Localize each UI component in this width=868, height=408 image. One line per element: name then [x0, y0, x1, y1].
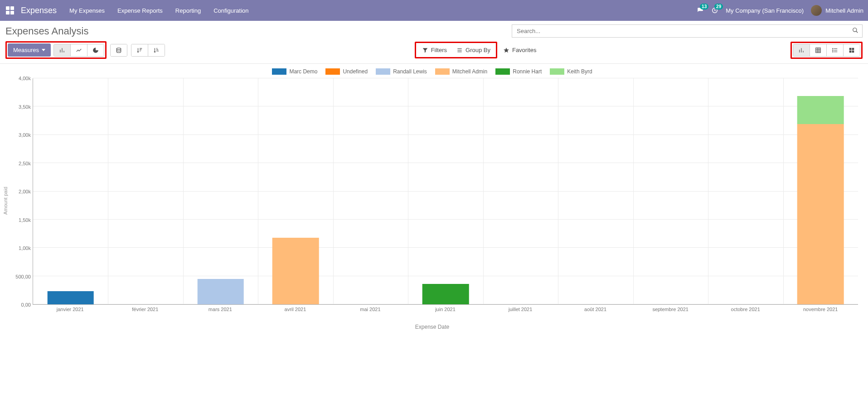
legend-item[interactable]: Keith Byrd: [550, 68, 592, 75]
legend-item[interactable]: Marc Demo: [272, 68, 317, 75]
y-tick: 2,00k: [11, 189, 31, 194]
legend-swatch: [435, 68, 450, 75]
sort-asc-button[interactable]: [148, 44, 165, 56]
view-list-button[interactable]: [827, 44, 844, 56]
legend-label: Mitchell Admin: [452, 68, 487, 75]
bar-stack[interactable]: [422, 284, 469, 304]
sort-desc-button[interactable]: [131, 44, 148, 56]
nav-reporting[interactable]: Reporting: [175, 7, 201, 14]
favorites-button[interactable]: Favorites: [498, 44, 541, 56]
page-title: Expenses Analysis: [5, 25, 88, 37]
nav-my-expenses[interactable]: My Expenses: [69, 7, 105, 14]
x-tick: novembre 2021: [803, 307, 838, 312]
bar-segment: [272, 238, 319, 304]
x-tick: octobre 2021: [731, 307, 760, 312]
x-tick: janvier 2021: [57, 307, 84, 312]
search-input[interactable]: [512, 24, 863, 38]
avatar-icon: [811, 5, 822, 16]
x-axis-label: Expense Date: [2, 324, 863, 330]
bar-segment: [197, 279, 244, 304]
bar-stack[interactable]: [197, 279, 244, 304]
x-tick: mai 2021: [360, 307, 380, 312]
svg-rect-32: [852, 48, 854, 50]
legend-label: Randall Lewis: [393, 68, 427, 75]
star-icon: [503, 47, 510, 53]
svg-rect-20: [816, 48, 821, 53]
nav-expense-reports[interactable]: Expense Reports: [117, 7, 163, 14]
highlight-box-filters: Filters Group By: [415, 42, 497, 58]
activities-badge: 29: [714, 4, 723, 10]
view-graph-button[interactable]: [793, 44, 810, 56]
kanban-icon: [848, 47, 855, 53]
groupby-button[interactable]: Group By: [451, 44, 495, 56]
messages-badge: 13: [700, 4, 708, 10]
legend-swatch: [376, 68, 390, 75]
x-tick: avril 2021: [285, 307, 306, 312]
caret-down-icon: [42, 49, 45, 51]
legend-label: Ronnie Hart: [513, 68, 542, 75]
pie-chart-icon: [92, 47, 99, 53]
y-tick: 3,00k: [11, 132, 31, 138]
activities-button[interactable]: 29: [711, 7, 718, 14]
bar-stack[interactable]: [47, 291, 94, 304]
svg-marker-16: [504, 48, 509, 53]
legend-swatch: [325, 68, 340, 75]
y-tick: 4,00k: [11, 76, 31, 81]
bar-chart-icon: [58, 47, 66, 53]
stacked-button[interactable]: [111, 44, 127, 56]
x-tick: juin 2021: [435, 307, 456, 312]
y-tick: 3,50k: [11, 104, 31, 110]
chart-pie-button[interactable]: [87, 44, 104, 56]
company-selector[interactable]: My Company (San Francisco): [726, 7, 804, 14]
bar-segment: [797, 96, 844, 124]
svg-point-6: [116, 48, 121, 49]
svg-point-28: [833, 48, 833, 48]
chart-line-button[interactable]: [71, 44, 87, 56]
y-tick: 2,50k: [11, 161, 31, 166]
view-pivot-button[interactable]: [810, 44, 827, 56]
svg-rect-31: [849, 48, 852, 50]
bar-stack[interactable]: [797, 96, 844, 304]
user-name: Mitchell Admin: [825, 7, 863, 14]
legend-label: Marc Demo: [289, 68, 317, 75]
view-kanban-button[interactable]: [844, 44, 860, 56]
legend-swatch: [272, 68, 286, 75]
table-icon: [815, 47, 822, 53]
bar-segment: [797, 124, 844, 304]
bar-stack[interactable]: [272, 238, 319, 304]
legend-item[interactable]: Randall Lewis: [376, 68, 427, 75]
list-icon: [456, 47, 463, 53]
user-menu[interactable]: Mitchell Admin: [811, 5, 863, 16]
legend-swatch: [550, 68, 564, 75]
svg-rect-34: [852, 50, 854, 53]
filters-button[interactable]: Filters: [417, 44, 451, 56]
svg-point-29: [833, 50, 833, 50]
bar-segment: [422, 284, 469, 304]
legend-swatch: [495, 68, 510, 75]
chart-legend: Marc DemoUndefinedRandall LewisMitchell …: [2, 68, 863, 75]
bar-segment: [47, 291, 94, 304]
legend-item[interactable]: Undefined: [325, 68, 368, 75]
filter-icon: [422, 47, 429, 53]
legend-label: Undefined: [343, 68, 368, 75]
legend-item[interactable]: Mitchell Admin: [435, 68, 487, 75]
y-tick: 1,00k: [11, 245, 31, 251]
y-tick: 1,50k: [11, 217, 31, 223]
y-tick: 0,00: [11, 302, 31, 307]
legend-item[interactable]: Ronnie Hart: [495, 68, 542, 75]
app-brand[interactable]: Expenses: [21, 6, 57, 15]
svg-rect-33: [849, 50, 852, 53]
list-view-icon: [831, 47, 839, 53]
messages-button[interactable]: 13: [697, 7, 704, 14]
measures-button[interactable]: Measures: [8, 43, 51, 57]
nav-items: My Expenses Expense Reports Reporting Co…: [69, 7, 248, 14]
highlight-box-views: [790, 42, 863, 59]
svg-point-30: [833, 51, 833, 52]
x-tick: mars 2021: [209, 307, 232, 312]
chart-bar-button[interactable]: [54, 44, 71, 56]
x-tick: septembre 2021: [652, 307, 689, 312]
apps-icon[interactable]: [5, 5, 15, 16]
x-tick: août 2021: [584, 307, 606, 312]
subheader: Expenses Analysis: [0, 21, 868, 38]
nav-configuration[interactable]: Configuration: [213, 7, 248, 14]
